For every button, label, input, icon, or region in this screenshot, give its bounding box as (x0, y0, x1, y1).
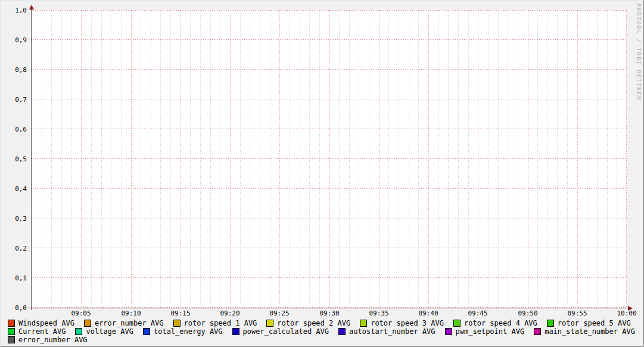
gridline-minor-vertical (170, 10, 171, 308)
gridline-minor-vertical (597, 10, 598, 308)
gridline-minor-vertical (190, 10, 191, 308)
x-tick-label: 09:55 (567, 310, 587, 317)
gridline-minor-vertical (200, 10, 201, 308)
y-tick-label: 0,6 (15, 126, 27, 133)
gridline-major-horizontal (32, 248, 627, 248)
plot-area (32, 10, 627, 308)
legend-item: rotor speed 4 AVG (453, 320, 537, 327)
gridline-minor-vertical (349, 10, 350, 308)
legend-row: Windspeed AVGerror_number AVGrotor speed… (8, 319, 640, 327)
gridline-minor-vertical (388, 10, 389, 308)
gridline-minor-vertical (210, 10, 211, 308)
gridline-major-vertical (577, 10, 578, 308)
gridline-minor-vertical (71, 10, 72, 308)
gridline-minor-vertical (587, 10, 587, 308)
gridline-minor-vertical (518, 10, 518, 308)
legend-swatch (266, 320, 273, 327)
legend-swatch (232, 328, 239, 335)
gridline-major-vertical (528, 10, 528, 308)
x-tick-label: 09:10 (121, 310, 141, 317)
legend-label: autostart_number AVG (349, 328, 435, 335)
x-tick-label: 09:15 (170, 310, 190, 317)
x-tick-label: 09:40 (418, 310, 438, 317)
legend-label: total_energy AVG (154, 328, 223, 335)
y-tick-label: 0,4 (15, 186, 27, 192)
gridline-minor-vertical (399, 10, 399, 308)
gridline-minor-vertical (508, 10, 508, 308)
legend-swatch (338, 328, 346, 335)
x-tick-label: 09:05 (71, 310, 91, 317)
x-tick-label: 10:00 (617, 310, 636, 317)
gridline-minor-vertical (448, 10, 449, 308)
gridline-minor-vertical (141, 10, 141, 308)
y-axis-line (31, 6, 32, 310)
gridline-major-horizontal (32, 69, 627, 70)
legend-swatch (173, 320, 181, 327)
legend-swatch (360, 320, 367, 327)
gridline-major-vertical (428, 10, 429, 308)
legend-label: error_number AVG (95, 320, 164, 327)
legend-item: main_state_number AVG (534, 328, 635, 335)
gridline-minor-vertical (290, 10, 290, 308)
gridline-minor-vertical (101, 10, 102, 308)
gridline-minor-vertical (607, 10, 608, 308)
gridline-major-horizontal (32, 158, 627, 159)
gridline-major-vertical (379, 10, 379, 308)
gridline-major-vertical (181, 10, 181, 308)
legend-item: rotor speed 1 AVG (173, 320, 257, 327)
gridline-minor-vertical (537, 10, 538, 308)
legend-item: autostart_number AVG (338, 328, 435, 335)
legend-swatch (84, 320, 91, 327)
y-tick-label: 0,2 (15, 245, 27, 252)
legend-label: rotor speed 1 AVG (184, 320, 257, 327)
legend-swatch (8, 320, 15, 327)
gridline-minor-vertical (121, 10, 122, 308)
gridline-minor-vertical (111, 10, 111, 308)
gridline-minor-vertical (300, 10, 300, 308)
legend-label: pwm_setpoint AVG (456, 328, 525, 335)
legend-swatch (75, 328, 82, 335)
gridline-minor-vertical (51, 10, 52, 308)
gridline-major-horizontal (32, 188, 627, 189)
gridline-major-horizontal (32, 39, 627, 40)
gridline-major-vertical (478, 10, 478, 308)
gridline-minor-vertical (160, 10, 161, 308)
legend-label: Current AVG (18, 328, 66, 335)
gridline-minor-vertical (270, 10, 270, 308)
legend-item: Windspeed AVG (8, 320, 74, 327)
rrdtool-graph: 0,00,10,20,30,40,50,60,70,80,91,0 09:050… (0, 0, 644, 347)
x-axis-labels: 09:0509:1009:1509:2009:2509:3009:3509:40… (32, 310, 627, 317)
legend-label: rotor speed 3 AVG (371, 320, 444, 327)
gridline-minor-vertical (498, 10, 499, 308)
gridline-minor-vertical (240, 10, 241, 308)
gridline-minor-vertical (557, 10, 558, 308)
gridline-major-vertical (626, 10, 627, 308)
gridline-minor-vertical (220, 10, 220, 308)
gridline-minor-vertical (369, 10, 369, 308)
legend-item: rotor speed 3 AVG (360, 320, 444, 327)
x-tick-label: 09:45 (468, 310, 487, 317)
gridline-minor-vertical (438, 10, 439, 308)
gridline-minor-vertical (409, 10, 409, 308)
gridline-minor-vertical (151, 10, 151, 308)
gridline-minor-vertical (567, 10, 568, 308)
gridline-minor-vertical (458, 10, 459, 308)
y-tick-label: 0,8 (15, 67, 27, 73)
y-tick-label: 0,3 (15, 215, 27, 222)
gridline-minor-vertical (309, 10, 310, 308)
gridline-minor-vertical (61, 10, 62, 308)
gridline-major-horizontal (32, 10, 627, 11)
legend-swatch (143, 328, 150, 335)
legend-label: rotor speed 2 AVG (277, 320, 350, 327)
legend-row: Current AVGvoltage AVGtotal_energy AVGpo… (8, 327, 640, 336)
legend-item: rotor speed 2 AVG (266, 320, 350, 327)
y-tick-label: 0,5 (15, 156, 27, 162)
gridline-minor-vertical (418, 10, 419, 308)
y-tick-label: 1,0 (15, 7, 27, 14)
legend-label: voltage AVG (86, 328, 133, 335)
gridline-major-vertical (279, 10, 280, 308)
gridline-major-vertical (230, 10, 231, 308)
legend-swatch (8, 336, 15, 343)
gridline-major-horizontal (32, 129, 627, 129)
legend-label: Windspeed AVG (18, 320, 74, 327)
